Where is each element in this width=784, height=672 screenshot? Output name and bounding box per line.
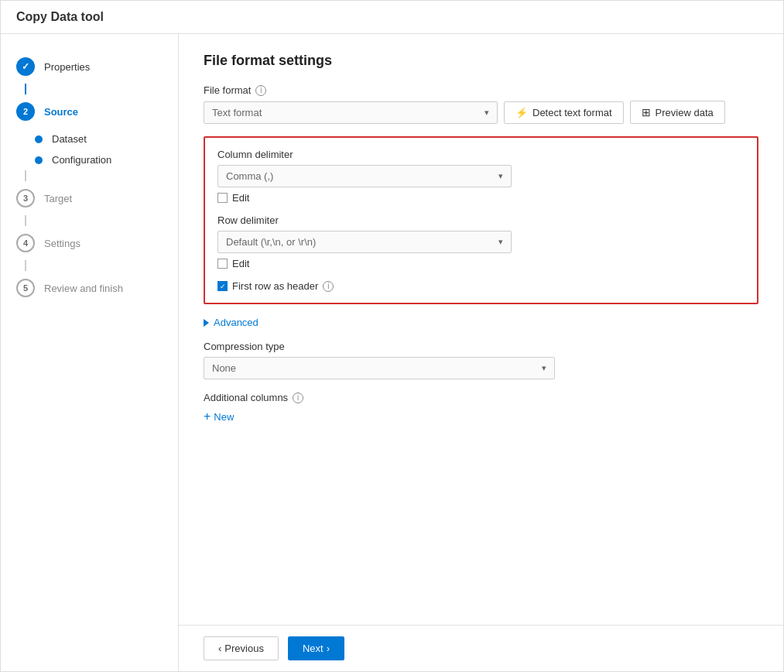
chevron-down-icon: ▾ [484, 108, 489, 118]
substep-label-configuration: Configuration [52, 154, 111, 166]
sidebar-item-target[interactable]: 3 Target [1, 181, 178, 215]
sidebar: ✓ Properties 2 Source Dataset Configurat [1, 34, 179, 671]
first-row-as-header-row: ✓ First row as header i [217, 280, 745, 292]
additional-columns-info-icon[interactable]: i [293, 393, 303, 403]
advanced-row[interactable]: Advanced [204, 317, 758, 328]
previous-button[interactable]: ‹ Previous [204, 636, 279, 660]
preview-data-button[interactable]: ⊞ Preview data [630, 101, 725, 124]
footer: ‹ Previous Next › [179, 625, 783, 671]
additional-columns-label: Additional columns i [204, 392, 758, 403]
new-column-button[interactable]: + New [204, 410, 758, 423]
sidebar-item-properties[interactable]: ✓ Properties [1, 50, 178, 84]
row-delimiter-select[interactable]: Default (\r,\n, or \r\n) ▾ [217, 231, 512, 253]
file-format-select[interactable]: Text format ▾ [204, 101, 498, 124]
row-delimiter-edit-row: Edit [217, 258, 745, 269]
compression-type-select[interactable]: None ▾ [204, 357, 555, 379]
sidebar-item-dataset[interactable]: Dataset [1, 129, 178, 149]
first-row-as-header-checkbox[interactable]: ✓ [217, 281, 228, 291]
file-format-controls: Text format ▾ ⚡ Detect text format ⊞ Pre… [204, 101, 758, 124]
chevron-down-icon: ▾ [542, 363, 546, 373]
column-delimiter-edit-row: Edit [217, 192, 745, 204]
sidebar-item-review[interactable]: 5 Review and finish [1, 271, 178, 305]
lightning-icon: ⚡ [515, 107, 528, 118]
next-button[interactable]: Next › [288, 636, 344, 660]
sidebar-item-configuration[interactable]: Configuration [1, 149, 178, 170]
step-circle-source: 2 [16, 102, 35, 121]
step-circle-properties: ✓ [16, 57, 35, 76]
main-area: ✓ Properties 2 Source Dataset Configurat [1, 34, 783, 671]
expand-icon [204, 319, 209, 327]
content-area: File format settings File format i Text … [179, 34, 783, 671]
step-label-target: Target [44, 193, 72, 204]
advanced-label: Advanced [214, 317, 258, 328]
column-delimiter-select[interactable]: Comma (,) ▾ [217, 165, 512, 187]
connector-4-5 [25, 260, 26, 271]
connector-1-2 [25, 84, 26, 94]
first-row-info-icon[interactable]: i [323, 281, 334, 292]
file-format-row: File format i Text format ▾ ⚡ Detect tex… [204, 84, 758, 124]
preview-icon: ⊞ [642, 106, 651, 118]
connector-2-3 [25, 170, 26, 181]
row-delimiter-field: Row delimiter Default (\r,\n, or \r\n) ▾… [217, 214, 745, 269]
delimiter-section: Column delimiter Comma (,) ▾ Edit Row de… [204, 136, 758, 304]
step-label-settings: Settings [44, 238, 80, 249]
substep-label-dataset: Dataset [52, 133, 87, 145]
substep-dot-configuration [35, 156, 43, 164]
sidebar-item-source[interactable]: 2 Source [1, 94, 178, 129]
new-button-label: New [214, 411, 234, 423]
app-title: Copy Data tool [16, 10, 768, 24]
step-label-review: Review and finish [44, 283, 123, 294]
column-delimiter-label: Column delimiter [217, 149, 745, 160]
connector-3-4 [25, 215, 26, 226]
row-delimiter-label: Row delimiter [217, 214, 745, 226]
detect-text-format-button[interactable]: ⚡ Detect text format [504, 101, 624, 124]
plus-icon: + [204, 410, 211, 423]
chevron-right-icon: › [327, 643, 330, 654]
substep-dot-dataset [35, 135, 43, 143]
first-row-as-header-label: First row as header [232, 280, 318, 292]
page-title: File format settings [204, 53, 758, 69]
compression-type-label: Compression type [204, 341, 758, 352]
content-body: File format settings File format i Text … [179, 34, 783, 625]
chevron-down-icon: ▾ [498, 237, 503, 247]
compression-section: Compression type None ▾ [204, 341, 758, 379]
step-label-source: Source [44, 106, 78, 118]
app-container: Copy Data tool ✓ Properties 2 Source [0, 0, 784, 672]
additional-columns-section: Additional columns i + New [204, 392, 758, 423]
sidebar-item-settings[interactable]: 4 Settings [1, 226, 178, 260]
row-delimiter-edit-label: Edit [232, 258, 249, 269]
step-label-properties: Properties [44, 61, 90, 73]
column-delimiter-field: Column delimiter Comma (,) ▾ Edit [217, 149, 745, 204]
chevron-down-icon: ▾ [498, 171, 503, 181]
column-delimiter-edit-checkbox[interactable] [217, 193, 228, 203]
row-delimiter-edit-checkbox[interactable] [217, 259, 228, 269]
step-circle-review: 5 [16, 279, 35, 297]
title-bar: Copy Data tool [1, 1, 783, 34]
file-format-info-icon[interactable]: i [255, 85, 266, 96]
file-format-label: File format i [204, 84, 758, 96]
step-circle-target: 3 [16, 189, 35, 207]
chevron-left-icon: ‹ [218, 643, 221, 654]
step-circle-settings: 4 [16, 234, 35, 252]
column-delimiter-edit-label: Edit [232, 192, 249, 204]
